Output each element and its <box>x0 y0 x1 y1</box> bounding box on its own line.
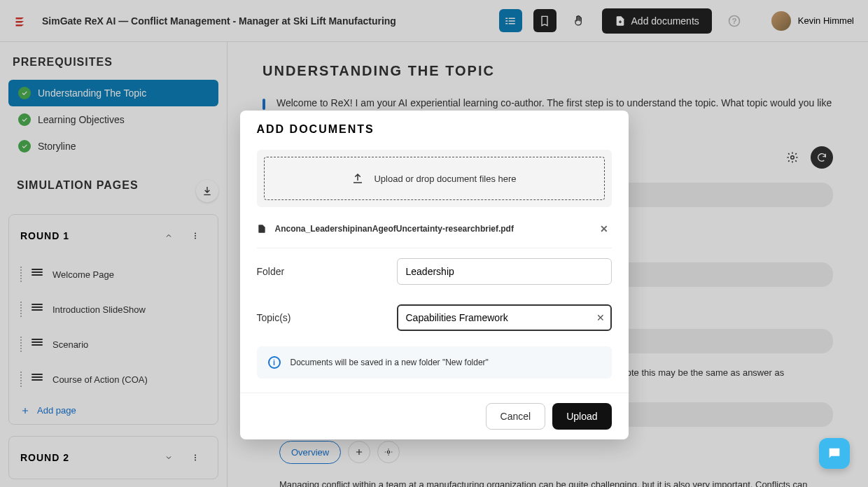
modal-title: ADD DOCUMENTS <box>257 123 612 136</box>
dropzone[interactable]: Upload or drop document files here <box>264 157 605 200</box>
dropzone-container: Upload or drop document files here <box>257 150 612 207</box>
info-banner: i Documents will be saved in a new folde… <box>257 346 612 379</box>
add-documents-modal: ADD DOCUMENTS Upload or drop document fi… <box>240 111 629 439</box>
folder-label: Folder <box>257 266 397 277</box>
modal-overlay[interactable]: ADD DOCUMENTS Upload or drop document fi… <box>0 0 868 487</box>
upload-icon <box>351 172 364 185</box>
dropzone-label: Upload or drop document files here <box>374 174 516 184</box>
cancel-button[interactable]: Cancel <box>486 403 546 430</box>
info-text: Documents will be saved in a new folder … <box>290 358 489 367</box>
info-icon: i <box>268 356 281 369</box>
topics-row: Topic(s) ✕ <box>257 295 612 341</box>
remove-file-button[interactable]: ✕ <box>596 221 612 237</box>
upload-button[interactable]: Upload <box>552 403 611 430</box>
uploaded-file-row: Ancona_LeadershipinanAgeofUncertainty-re… <box>257 218 612 248</box>
file-name: Ancona_LeadershipinanAgeofUncertainty-re… <box>275 224 514 234</box>
chat-icon <box>827 446 842 461</box>
folder-row: Folder <box>257 248 612 295</box>
topics-input[interactable] <box>397 304 612 331</box>
modal-header: ADD DOCUMENTS <box>240 111 629 146</box>
chat-fab[interactable] <box>819 438 850 469</box>
clear-topics-button[interactable]: ✕ <box>596 312 605 323</box>
file-icon <box>257 223 267 234</box>
topics-label: Topic(s) <box>257 312 397 323</box>
folder-input[interactable] <box>397 258 612 285</box>
modal-footer: Cancel Upload <box>240 393 629 439</box>
